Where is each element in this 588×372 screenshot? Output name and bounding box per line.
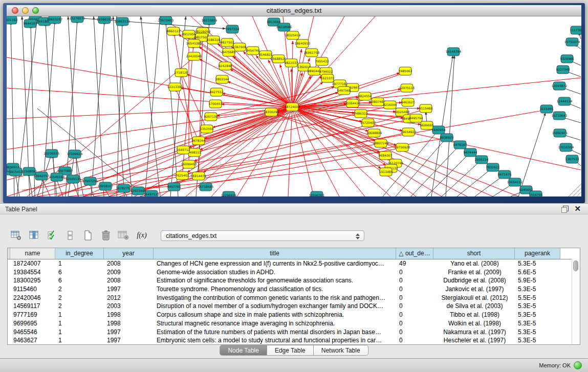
- graph-node-teal[interactable]: 16497121: [144, 190, 160, 196]
- table-cell[interactable]: 18724007: [10, 259, 55, 268]
- graph-node-teal[interactable]: 12093872: [552, 82, 568, 90]
- table-body[interactable]: 1872400712008Changes of HCN gene express…: [8, 259, 580, 345]
- table-cell[interactable]: 5.9E-5: [515, 276, 560, 285]
- graph-node-teal[interactable]: 23973403: [158, 16, 174, 25]
- table-cell[interactable]: 1: [55, 328, 104, 337]
- zoom-window-icon[interactable]: [32, 7, 39, 14]
- table-cell[interactable]: 19384554: [10, 268, 55, 277]
- table-cell[interactable]: Franke et al. (2009): [433, 268, 515, 277]
- show-columns-icon[interactable]: [27, 227, 41, 244]
- table-cell[interactable]: 2008: [104, 276, 154, 285]
- table-cell[interactable]: 9463627: [10, 336, 55, 345]
- tab-node-table[interactable]: Node Table: [220, 345, 267, 356]
- graph-node-yellow[interactable]: 8186328: [207, 36, 221, 44]
- table-cell[interactable]: 2012: [104, 294, 154, 302]
- table-cell[interactable]: 1: [55, 319, 104, 328]
- graph-node-yellow[interactable]: 15720407: [360, 119, 376, 127]
- table-cell[interactable]: 9465546: [10, 328, 55, 337]
- graph-node-teal[interactable]: 8471676: [498, 170, 512, 179]
- graph-node-yellow[interactable]: 7486322: [354, 110, 368, 118]
- table-cell[interactable]: 5.3E-5: [515, 319, 560, 328]
- table-cell[interactable]: 0: [396, 276, 433, 285]
- graph-node-yellow[interactable]: 8475685: [222, 48, 236, 56]
- graph-node-yellow[interactable]: 9678344: [192, 137, 206, 145]
- table-cell[interactable]: 0: [396, 268, 433, 277]
- delete-column-icon[interactable]: [99, 227, 113, 244]
- table-cell[interactable]: 1: [55, 336, 104, 345]
- table-row[interactable]: 1830029562008Estimation of significance …: [8, 276, 580, 285]
- graph-node-yellow[interactable]: 19756928: [395, 143, 410, 151]
- graph-node-yellow[interactable]: 18300295: [264, 108, 279, 116]
- table-cell[interactable]: Nakamura et al. (1997): [433, 328, 515, 337]
- graph-node-yellow[interactable]: 16914479: [191, 172, 207, 180]
- graph-node-teal[interactable]: 1117306: [570, 26, 581, 34]
- graph-node-teal[interactable]: 12505135: [66, 175, 81, 183]
- select-all-icon[interactable]: [45, 227, 59, 244]
- graph-node-teal[interactable]: 16210643: [552, 112, 568, 120]
- table-cell[interactable]: Changes of HCN gene expression and I(f) …: [154, 259, 396, 268]
- graph-node-teal[interactable]: 17016504: [558, 143, 574, 151]
- graph-node-yellow[interactable]: 16961758: [304, 49, 320, 57]
- graph-node-teal[interactable]: 17957255: [82, 177, 98, 185]
- table-cell[interactable]: 9115460: [10, 285, 55, 294]
- graph-node-yellow[interactable]: 18807249: [373, 139, 389, 147]
- graph-node-teal[interactable]: 10590301: [309, 191, 325, 196]
- table-cell[interactable]: 5.5E-5: [515, 294, 560, 302]
- graph-node-yellow[interactable]: 16099453: [181, 160, 197, 168]
- table-cell[interactable]: Stergiakouli et al. (2012): [433, 294, 515, 302]
- graph-node-yellow[interactable]: 1700457: [209, 100, 223, 108]
- graph-node-yellow[interactable]: 8912954: [182, 30, 196, 38]
- close-window-icon[interactable]: [12, 7, 18, 14]
- table-row[interactable]: 969969511998Structural magnetic resonanc…: [8, 319, 580, 328]
- table-cell[interactable]: Genome-wide association studies in ADHD.: [154, 268, 396, 277]
- graph-node-yellow[interactable]: 9242848: [219, 62, 232, 70]
- memory-ok-indicator-icon[interactable]: [574, 361, 582, 369]
- table-cell[interactable]: Estimation of the future numbers of pati…: [154, 328, 396, 337]
- table-cell[interactable]: 0: [396, 328, 433, 337]
- column-header[interactable]: short: [433, 248, 515, 259]
- network-canvas[interactable]: 2931162166192219644107169180431065328715…: [7, 16, 581, 196]
- graph-node-teal[interactable]: 10653287: [47, 16, 63, 24]
- graph-node-teal[interactable]: 9329966: [560, 55, 574, 63]
- table-cell[interactable]: 1998: [104, 319, 154, 328]
- table-cell[interactable]: 6: [55, 268, 104, 277]
- table-cell[interactable]: 5.6E-5: [515, 268, 560, 277]
- rows-icon[interactable]: [63, 227, 77, 244]
- graph-node-teal[interactable]: 15276070: [70, 16, 85, 23]
- graph-node-teal[interactable]: 8938923: [440, 134, 454, 142]
- graph-node-teal[interactable]: 20863132: [115, 17, 130, 26]
- graph-node-teal[interactable]: 2935114: [475, 156, 489, 164]
- graph-node-yellow[interactable]: 8860123: [167, 27, 181, 35]
- graph-node-yellow[interactable]: 22420046: [186, 52, 202, 60]
- table-vertical-scrollbar[interactable]: [572, 259, 580, 344]
- graph-node-yellow[interactable]: 2803144: [215, 75, 229, 83]
- graph-node-yellow[interactable]: 7625402: [176, 171, 189, 180]
- table-cell[interactable]: Corpus callosum shape and size in male p…: [154, 311, 396, 319]
- table-cell[interactable]: 2: [55, 302, 104, 311]
- graph-node-teal[interactable]: 3915413: [9, 168, 23, 176]
- table-cell[interactable]: 2: [55, 294, 104, 302]
- tab-network-table[interactable]: Network Table: [314, 345, 368, 356]
- table-cell[interactable]: Yano et al. (2008): [433, 259, 515, 268]
- table-cell[interactable]: 5.3E-5: [515, 311, 560, 319]
- graph-node-yellow[interactable]: 9699695: [420, 121, 434, 129]
- table-cell[interactable]: 2: [55, 285, 104, 294]
- node-table[interactable]: namein_degreeyeartitle△ out_de…shortpage…: [7, 248, 580, 345]
- graph-node-yellow[interactable]: 18325419: [285, 31, 301, 39]
- column-header[interactable]: year: [104, 248, 154, 259]
- table-cell[interactable]: 1997: [104, 328, 154, 337]
- graph-node-teal[interactable]: 9474444: [464, 148, 477, 157]
- graph-node-yellow[interactable]: 19654923: [401, 128, 417, 136]
- table-cell[interactable]: 0: [396, 319, 433, 328]
- table-row[interactable]: 1938455462009Genome-wide association stu…: [8, 268, 580, 277]
- graph-node-yellow[interactable]: 1353554: [200, 125, 214, 133]
- table-row[interactable]: 946554611997Estimation of the future num…: [8, 328, 580, 337]
- table-row[interactable]: 977716911998Corpus callosum shape and si…: [8, 311, 580, 319]
- column-header[interactable]: name: [10, 248, 55, 259]
- graph-node-yellow[interactable]: 12975115: [399, 84, 415, 92]
- graph-node-teal[interactable]: 16782753: [116, 184, 132, 192]
- table-cell[interactable]: 14569117: [10, 302, 55, 311]
- graph-node-teal[interactable]: 1367533: [565, 155, 579, 163]
- graph-node-teal[interactable]: 7832621: [486, 163, 500, 171]
- graph-node-teal[interactable]: 9644107: [24, 19, 37, 28]
